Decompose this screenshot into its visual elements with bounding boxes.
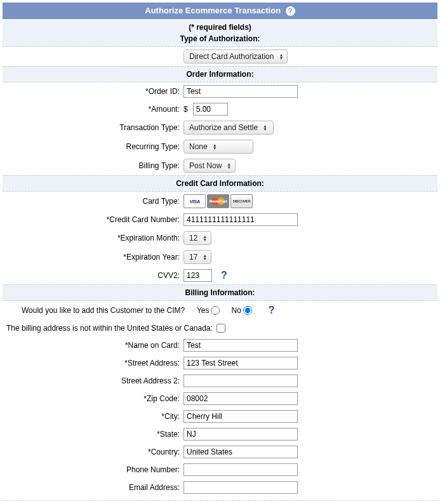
cvv2-label: CVV2:	[3, 271, 183, 280]
exp-year-value: 17	[189, 253, 201, 262]
street2-label: Street Address 2:	[3, 376, 183, 385]
exp-year-label: *Expiration Year:	[3, 253, 183, 262]
recurring-type-select[interactable]: None ▲▼	[183, 140, 253, 154]
cim-no-radio[interactable]	[243, 306, 252, 315]
amount-input[interactable]	[193, 103, 228, 116]
section-cc-info: Credit Card Information:	[3, 175, 437, 192]
cim-help-icon[interactable]: ?	[269, 305, 275, 316]
exp-month-label: *Expiration Month:	[3, 234, 183, 242]
street1-label: *Street Address:	[3, 359, 183, 368]
auth-type-select[interactable]: Direct Card Authorization ▲▼	[183, 50, 288, 63]
page-title-bar: Authorize Ecommerce Transaction ?	[3, 3, 437, 19]
order-id-label: *Order ID:	[3, 87, 183, 96]
dropdown-arrows-icon: ▲▼	[201, 254, 208, 260]
cvv2-input[interactable]	[183, 269, 212, 282]
card-type-label: Card Type:	[3, 197, 183, 206]
billing-type-label: Billing Type:	[3, 161, 183, 170]
section-auth-type: Type of Authorization:	[3, 33, 437, 47]
email-label: Email Address:	[3, 483, 183, 492]
cim-yes-label: Yes	[197, 306, 210, 315]
currency-symbol: $	[183, 105, 188, 114]
dropdown-arrows-icon: ▲▼	[262, 124, 269, 131]
cc-number-input[interactable]	[183, 213, 298, 226]
outside-us-label: The billing address is not within the Un…	[6, 324, 213, 333]
street1-input[interactable]	[183, 357, 298, 369]
section-order-info: Order Information:	[3, 66, 437, 83]
cim-yes-radio[interactable]	[211, 306, 220, 315]
discover-icon: DISCOVER	[230, 194, 253, 208]
help-icon[interactable]: ?	[286, 6, 295, 16]
cvv2-help-icon[interactable]: ?	[221, 270, 227, 281]
cim-no-label: No	[231, 306, 241, 315]
dropdown-arrows-icon: ▲▼	[201, 235, 208, 241]
card-type-logos: VISA MasterCard DISCOVER	[183, 194, 253, 208]
email-input[interactable]	[183, 481, 298, 494]
mastercard-icon: MasterCard	[207, 194, 229, 208]
recurring-type-value: None	[189, 142, 211, 151]
city-label: *City:	[3, 412, 183, 421]
name-on-card-label: *Name on Card:	[3, 341, 183, 350]
country-input[interactable]	[183, 446, 298, 458]
exp-month-select[interactable]: 12 ▲▼	[183, 231, 211, 245]
city-input[interactable]	[183, 410, 298, 423]
phone-label: Phone Number:	[3, 465, 183, 474]
name-on-card-input[interactable]	[183, 339, 298, 352]
zip-input[interactable]	[183, 392, 298, 405]
txn-type-select[interactable]: Authorize and Settle ▲▼	[183, 121, 274, 135]
page-title-text: Authorize Ecommerce Transaction	[145, 6, 281, 15]
visa-icon: VISA	[183, 194, 206, 208]
exp-year-select[interactable]: 17 ▲▼	[183, 250, 211, 264]
phone-input[interactable]	[183, 463, 298, 476]
country-label: *Country:	[3, 448, 183, 456]
txn-type-value: Authorize and Settle	[189, 123, 262, 132]
section-billing-info: Billing Information:	[3, 284, 437, 301]
txn-type-label: Transaction Type:	[3, 123, 183, 132]
dropdown-arrows-icon: ▲▼	[277, 53, 284, 60]
dropdown-arrows-icon: ▲▼	[225, 162, 232, 169]
dropdown-arrows-icon: ▲▼	[211, 143, 218, 150]
recurring-type-label: Recurring Type:	[3, 142, 183, 151]
amount-label: *Amount:	[3, 105, 183, 114]
state-label: *State:	[3, 430, 183, 439]
cc-number-label: *Credit Card Number:	[3, 215, 183, 224]
street2-input[interactable]	[183, 375, 298, 387]
required-fields-note: (* required fields)	[3, 19, 437, 33]
cim-question-label: Would you like to add this Customer to t…	[22, 306, 185, 315]
auth-type-value: Direct Card Authorization	[189, 52, 277, 61]
billing-type-value: Post Now	[189, 161, 225, 170]
zip-label: *Zip Code:	[3, 394, 183, 403]
exp-month-value: 12	[189, 234, 201, 242]
state-input[interactable]	[183, 428, 298, 441]
billing-type-select[interactable]: Post Now ▲▼	[183, 159, 236, 173]
order-id-input[interactable]	[183, 85, 298, 98]
outside-us-checkbox[interactable]	[217, 324, 225, 333]
